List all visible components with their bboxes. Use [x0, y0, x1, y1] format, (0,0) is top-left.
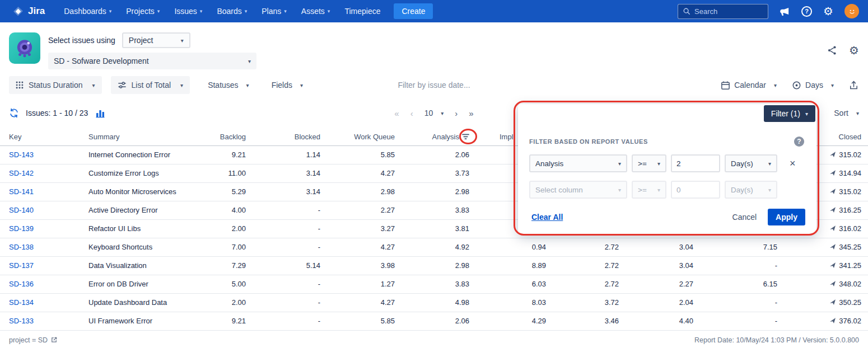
filter-operator-select-value: >= [638, 159, 647, 168]
column-header-label: Analysis [432, 133, 459, 141]
refresh-button[interactable] [9, 108, 19, 118]
last-page-icon[interactable]: » [469, 109, 473, 118]
cancel-button[interactable]: Cancel [732, 213, 757, 222]
issue-key-link[interactable]: SD-137 [9, 261, 34, 270]
filter-button[interactable]: Filter (1) ▾ [764, 105, 815, 122]
list-type-label: List of Total [132, 81, 171, 90]
column-header-key[interactable]: Key [0, 129, 80, 145]
filter-help-icon[interactable]: ? [794, 137, 804, 147]
statuses-dropdown[interactable]: Statuses ▾ [208, 81, 249, 90]
report-info: Report Date: 10/May/24 1:03 PM / Version… [694, 336, 859, 344]
filter-value-input[interactable] [671, 181, 720, 199]
issue-summary: Update Dashboard Data [80, 293, 185, 312]
user-avatar[interactable] [844, 4, 859, 18]
issue-key-link[interactable]: SD-133 [9, 317, 34, 325]
project-select[interactable]: SD - Sofware Development ▾ [48, 53, 256, 69]
filter-operator-select[interactable]: >=▾ [632, 154, 666, 172]
time-unit-dropdown[interactable]: Days ▾ [791, 80, 834, 91]
nav-item-label: Projects [126, 7, 155, 16]
page-size-dropdown[interactable]: 10 ▾ [424, 109, 444, 117]
nav-item-issues[interactable]: Issues▾ [174, 7, 202, 16]
nav-item-projects[interactable]: Projects▾ [126, 7, 160, 16]
apply-button[interactable]: Apply [768, 209, 805, 225]
bar-chart-icon [95, 107, 106, 119]
share-icon[interactable] [827, 45, 838, 56]
column-header-analysis[interactable]: Analysis [399, 129, 474, 145]
nav-item-dashboards[interactable]: Dashboards▾ [64, 7, 111, 16]
filter-unit-select[interactable]: Day(s)▾ [725, 154, 777, 172]
nav-item-boards[interactable]: Boards▾ [217, 7, 247, 16]
calendar-dropdown[interactable]: Calendar ▾ [720, 80, 777, 91]
fields-dropdown[interactable]: Fields ▾ [272, 81, 303, 90]
filter-value-input[interactable] [671, 154, 720, 172]
calendar-icon [720, 80, 731, 91]
closed-duration-cell: 345.25 [782, 238, 868, 256]
report-scope-link[interactable]: project = SD [9, 336, 58, 344]
duration-cell: 3.14 [250, 164, 325, 182]
issue-key-link[interactable]: SD-139 [9, 224, 34, 233]
column-header-summary[interactable]: Summary [80, 129, 185, 145]
duration-cell: 1.27 [325, 275, 399, 293]
clear-all-link[interactable]: Clear All [531, 213, 563, 222]
issue-key-link[interactable]: SD-140 [9, 206, 34, 214]
filter-column-select[interactable]: Analysis▾ [529, 154, 627, 172]
issue-key-link[interactable]: SD-134 [9, 298, 34, 307]
create-button[interactable]: Create [394, 3, 433, 19]
duration-cell: 2.00 [185, 293, 250, 312]
closed-duration-icon [829, 225, 836, 232]
sort-dropdown[interactable]: Sort ▾ [834, 109, 859, 117]
next-page-icon[interactable]: › [455, 109, 458, 118]
column-header-label: Blocked [295, 133, 320, 141]
issue-date-filter-input[interactable]: Filter by issue date... [398, 81, 470, 90]
duration-cell: 8.03 [474, 293, 550, 312]
duration-cell: 2.00 [185, 219, 250, 238]
closed-duration-cell: 350.25 [782, 293, 868, 312]
nav-item-plans[interactable]: Plans▾ [262, 7, 287, 16]
search-box[interactable] [678, 4, 768, 19]
nav-item-timepiece[interactable]: Timepiece [344, 7, 380, 16]
table-row: SD-133UI Framework Error9.21-5.852.064.2… [0, 312, 868, 330]
column-header-label: Closed [839, 133, 861, 141]
export-icon[interactable] [848, 80, 859, 91]
filter-funnel-icon[interactable] [462, 134, 469, 140]
jira-logo[interactable]: Jira [12, 6, 45, 17]
first-page-icon[interactable]: « [394, 109, 399, 118]
filter-operator-select[interactable]: >=▾ [632, 181, 666, 199]
navbar-right: ? ⚙ [678, 4, 859, 19]
filter-unit-select-value: Day(s) [731, 186, 753, 194]
search-input[interactable] [694, 7, 763, 16]
issue-key-link[interactable]: SD-141 [9, 187, 34, 196]
issue-key-link[interactable]: SD-136 [9, 280, 34, 288]
report-settings-gear-icon[interactable]: ⚙ [849, 45, 859, 56]
issue-key-link[interactable]: SD-138 [9, 243, 34, 251]
help-icon[interactable]: ? [801, 6, 812, 17]
issue-scope-select[interactable]: Project ▾ [122, 32, 190, 48]
duration-cell: 6.15 [698, 275, 782, 293]
nav-item-label: Timepiece [344, 7, 380, 16]
column-header-work-queue[interactable]: Work Queue [325, 129, 399, 145]
list-type-dropdown[interactable]: List of Total ▾ [111, 76, 190, 94]
issue-key-link[interactable]: SD-143 [9, 151, 34, 159]
close-icon[interactable]: × [790, 158, 796, 168]
closed-duration-cell: 348.02 [782, 275, 868, 293]
closed-duration-icon [829, 262, 836, 269]
duration-cell: 4.27 [325, 293, 399, 312]
duration-cell: 8.89 [474, 256, 550, 275]
chart-view-button[interactable] [95, 107, 106, 119]
report-header-controls: Select issues using Project ▾ SD - Sofwa… [48, 32, 256, 69]
report-type-dropdown[interactable]: Status Duration ▾ [9, 76, 102, 94]
issue-key-link[interactable]: SD-142 [9, 169, 34, 177]
filter-column-select[interactable]: Select column▾ [529, 181, 627, 199]
announcements-megaphone-icon[interactable] [780, 6, 790, 17]
column-header-backlog[interactable]: Backlog [185, 129, 250, 145]
column-header-blocked[interactable]: Blocked [250, 129, 325, 145]
duration-cell: 4.92 [399, 238, 474, 256]
top-navbar: Jira Dashboards▾Projects▾Issues▾Boards▾P… [0, 0, 868, 22]
settings-gear-icon[interactable]: ⚙ [823, 6, 833, 17]
nav-item-assets[interactable]: Assets▾ [301, 7, 330, 16]
chevron-down-icon: ▾ [805, 111, 808, 117]
previous-page-icon[interactable]: ‹ [410, 109, 413, 118]
duration-cell: 11.00 [185, 164, 250, 182]
filter-unit-select[interactable]: Day(s)▾ [725, 181, 777, 199]
chevron-down-icon: ▾ [441, 110, 444, 116]
